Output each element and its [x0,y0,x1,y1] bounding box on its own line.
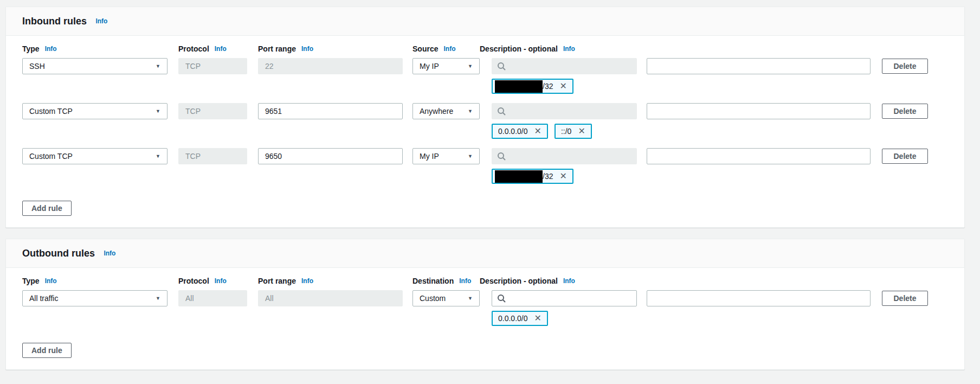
destination-cidr-search-input[interactable] [492,290,637,306]
chevron-down-icon: ▼ [156,153,160,159]
description-input[interactable] [647,148,871,164]
source-select[interactable]: My IP▼ [412,148,480,164]
type-info-link[interactable]: Info [45,45,57,53]
source-info-link[interactable]: Info [443,45,455,53]
add-rule-button[interactable]: Add rule [22,343,72,358]
cidr-tag-text: 0.0.0.0/0 [498,314,528,323]
type-select-value: All traffic [29,294,58,303]
search-icon [497,294,506,303]
destination-cidr-tags: 0.0.0.0/0 ✕ [492,311,948,326]
type-select[interactable]: All traffic▼ [22,290,167,306]
search-icon [497,107,506,116]
cidr-tag: /32 ✕ [492,169,573,184]
cidr-tag: 0.0.0.0/0 ✕ [492,311,548,326]
destination-column-header: DestinationInfo [412,277,480,285]
source-cidr-tags: 0.0.0.0/0 ✕ ::/0 ✕ [492,124,948,139]
type-select-value: SSH [29,62,45,71]
remove-cidr-icon[interactable]: ✕ [534,314,541,323]
outbound-rules-header: Outbound rules Info [6,239,964,268]
chevron-down-icon: ▼ [468,63,473,69]
description-column-header: Description - optionalInfo [480,44,704,53]
type-column-header: TypeInfo [22,277,167,285]
delete-rule-button[interactable]: Delete [882,59,928,74]
description-info-link[interactable]: Info [563,277,575,285]
chevron-down-icon: ▼ [468,296,473,301]
search-icon [497,152,506,161]
description-input[interactable] [647,290,871,306]
cidr-tag-text: 0.0.0.0/0 [498,127,528,136]
description-input[interactable] [647,103,871,119]
remove-cidr-icon[interactable]: ✕ [559,172,566,181]
delete-rule-button[interactable]: Delete [882,149,928,164]
destination-column-label: Destination [412,277,454,285]
port-range-field[interactable] [258,148,403,164]
source-select-value: Anywhere [420,107,453,116]
protocol-column-label: Protocol [178,277,209,285]
description-input[interactable] [647,58,871,74]
cidr-tag-text: ::/0 [561,127,571,136]
chevron-down-icon: ▼ [156,108,160,114]
protocol-column-header: ProtocolInfo [178,277,247,285]
outbound-rules-title: Outbound rules [22,248,95,259]
protocol-field [178,103,247,119]
port-range-column-header: Port rangeInfo [258,44,403,53]
chevron-down-icon: ▼ [468,153,473,159]
protocol-field [178,290,247,306]
inbound-rules-body: TypeInfo ProtocolInfo Port rangeInfo Sou… [6,36,964,227]
delete-rule-button[interactable]: Delete [882,104,928,119]
type-select[interactable]: Custom TCP▼ [22,148,167,164]
source-cidr-search-input [492,148,637,164]
protocol-column-header: ProtocolInfo [178,44,247,53]
delete-rule-button[interactable]: Delete [882,291,928,306]
port-range-column-header: Port rangeInfo [258,277,403,285]
protocol-field [178,148,247,164]
inbound-rules-title: Inbound rules [22,16,87,27]
port-range-info-link[interactable]: Info [301,45,313,53]
inbound-rule-row: Custom TCP▼ My IP▼ Delete /32 ✕ [22,148,948,184]
cidr-tag: 0.0.0.0/0 ✕ [492,124,548,139]
destination-select[interactable]: Custom▼ [412,290,480,306]
cidr-tag: ::/0 ✕ [555,124,592,139]
redacted-ip-block [495,170,543,183]
port-range-field[interactable] [258,103,403,119]
inbound-rules-header: Inbound rules Info [6,7,964,36]
port-range-info-link[interactable]: Info [301,277,313,285]
inbound-rule-row: Custom TCP▼ Anywhere▼ Delete 0.0.0.0/0 ✕ [22,103,948,139]
source-column-header: SourceInfo [412,44,480,53]
inbound-rules-info-link[interactable]: Info [95,17,107,25]
destination-info-link[interactable]: Info [459,277,471,285]
source-cidr-tags: /32 ✕ [492,169,948,184]
cidr-tag-text: /32 [543,172,553,181]
type-select[interactable]: Custom TCP▼ [22,103,167,119]
description-column-header: Description - optionalInfo [480,277,704,285]
remove-cidr-icon[interactable]: ✕ [534,127,541,136]
type-info-link[interactable]: Info [45,277,57,285]
source-cidr-search-input [492,103,637,119]
source-cidr-tags: /32 ✕ [492,79,948,94]
source-cidr-search-input [492,58,637,74]
description-info-link[interactable]: Info [563,45,575,53]
source-select[interactable]: Anywhere▼ [412,103,480,119]
outbound-rule-row: All traffic▼ Custom▼ Delete 0.0.0.0/0 ✕ [22,290,948,326]
type-column-label: Type [22,277,40,285]
port-range-field [258,58,403,74]
add-rule-button[interactable]: Add rule [22,201,72,216]
source-select[interactable]: My IP▼ [412,58,480,74]
source-select-value: My IP [420,152,439,161]
protocol-info-link[interactable]: Info [215,277,227,285]
port-range-column-label: Port range [258,277,296,285]
cidr-tag: /32 ✕ [492,79,573,94]
description-column-label: Description - optional [480,277,558,285]
type-select[interactable]: SSH▼ [22,58,167,74]
protocol-info-link[interactable]: Info [215,45,227,53]
inbound-rule-row: SSH▼ My IP▼ Delete /32 ✕ [22,58,948,94]
remove-cidr-icon[interactable]: ✕ [578,127,585,136]
port-range-column-label: Port range [258,44,296,53]
protocol-column-label: Protocol [178,44,209,53]
source-select-value: My IP [420,62,439,71]
inbound-column-headers: TypeInfo ProtocolInfo Port rangeInfo Sou… [22,44,948,53]
search-icon [497,62,506,71]
outbound-rules-info-link[interactable]: Info [104,249,115,257]
type-select-value: Custom TCP [29,107,73,116]
remove-cidr-icon[interactable]: ✕ [559,82,566,91]
